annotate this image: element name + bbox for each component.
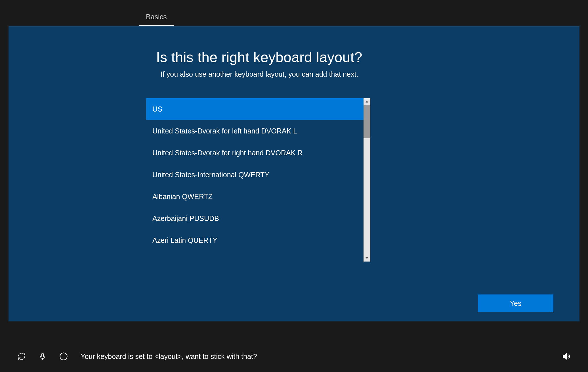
list-item[interactable]: United States-International QWERTY [146,164,370,186]
svg-marker-3 [563,354,566,359]
content-area: Is this the right keyboard layout? If yo… [9,26,579,321]
yes-button[interactable]: Yes [478,294,553,312]
keyboard-layout-list: US United States-Dvorak for left hand DV… [146,98,370,262]
cortana-icon[interactable] [59,352,68,361]
svg-rect-0 [42,353,44,357]
list-item[interactable]: US [146,98,370,120]
list-item[interactable]: Albanian QWERTZ [146,186,370,208]
sync-icon[interactable] [17,352,26,361]
svg-point-2 [60,353,67,360]
page-title: Is this the right keyboard layout? [156,49,554,66]
list-item[interactable]: United States-Dvorak for left hand DVORA… [146,120,370,142]
tab-bar: Basics [9,9,579,26]
cortana-text: Your keyboard is set to <layout>, want t… [81,352,257,361]
page-subtitle: If you also use another keyboard layout,… [161,70,554,78]
speaker-icon[interactable] [562,352,571,361]
microphone-icon[interactable] [38,352,47,361]
scrollbar-thumb[interactable] [364,105,370,138]
tab-basics[interactable]: Basics [139,9,174,26]
list-item[interactable]: Azerbaijani PUSUDB [146,208,370,229]
list-item[interactable]: Azeri Latin QUERTY [146,229,370,251]
list-item[interactable]: United States-Dvorak for right hand DVOR… [146,142,370,164]
bottom-bar: Your keyboard is set to <layout>, want t… [0,341,588,372]
scrollbar-up-icon[interactable] [364,98,370,105]
scrollbar-down-icon[interactable] [364,255,370,262]
